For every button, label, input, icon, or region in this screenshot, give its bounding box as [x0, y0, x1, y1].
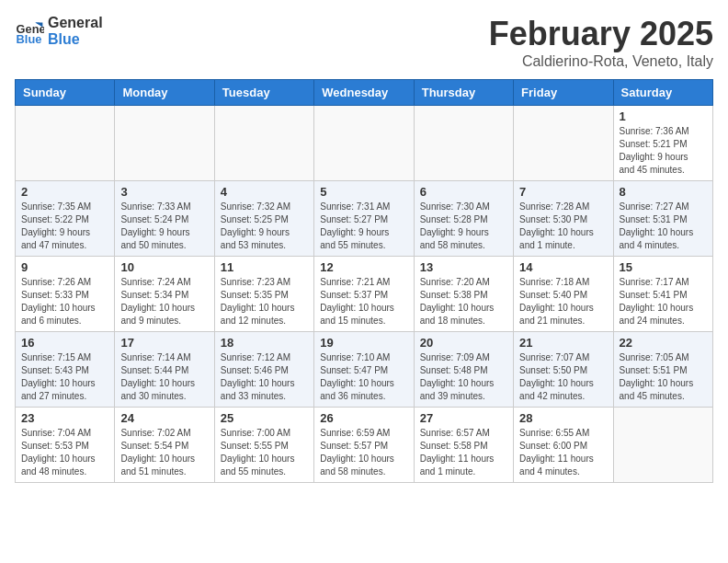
- day-info: Sunrise: 6:55 AMSunset: 6:00 PMDaylight:…: [519, 427, 607, 478]
- calendar-week-row-4: 16Sunrise: 7:15 AMSunset: 5:43 PMDayligh…: [16, 332, 713, 408]
- calendar-table: Sunday Monday Tuesday Wednesday Thursday…: [15, 79, 713, 483]
- calendar-cell: [314, 106, 414, 181]
- day-number: 10: [120, 260, 208, 274]
- col-monday: Monday: [115, 80, 214, 106]
- day-number: 4: [221, 185, 308, 199]
- calendar-cell: 14Sunrise: 7:18 AMSunset: 5:40 PMDayligh…: [514, 257, 613, 332]
- day-info: Sunrise: 7:35 AMSunset: 5:22 PMDaylight:…: [21, 201, 108, 252]
- day-info: Sunrise: 7:20 AMSunset: 5:38 PMDaylight:…: [420, 276, 507, 327]
- day-info: Sunrise: 6:57 AMSunset: 5:58 PMDaylight:…: [420, 427, 507, 478]
- calendar-week-row-2: 2Sunrise: 7:35 AMSunset: 5:22 PMDaylight…: [16, 181, 713, 257]
- calendar-cell: 19Sunrise: 7:10 AMSunset: 5:47 PMDayligh…: [314, 332, 414, 408]
- day-info: Sunrise: 7:28 AMSunset: 5:30 PMDaylight:…: [519, 201, 607, 252]
- calendar-cell: 13Sunrise: 7:20 AMSunset: 5:38 PMDayligh…: [414, 257, 513, 332]
- day-number: 26: [320, 411, 407, 425]
- day-number: 7: [519, 185, 607, 199]
- col-tuesday: Tuesday: [214, 80, 313, 106]
- day-info: Sunrise: 6:59 AMSunset: 5:57 PMDaylight:…: [320, 427, 407, 478]
- col-sunday: Sunday: [16, 80, 115, 106]
- calendar-cell: 24Sunrise: 7:02 AMSunset: 5:54 PMDayligh…: [115, 408, 214, 483]
- calendar-cell: 28Sunrise: 6:55 AMSunset: 6:00 PMDayligh…: [514, 408, 613, 483]
- calendar-cell: 2Sunrise: 7:35 AMSunset: 5:22 PMDaylight…: [16, 181, 115, 257]
- day-number: 19: [320, 336, 407, 350]
- day-number: 13: [420, 260, 507, 274]
- day-info: Sunrise: 7:18 AMSunset: 5:40 PMDaylight:…: [519, 276, 607, 327]
- day-info: Sunrise: 7:12 AMSunset: 5:46 PMDaylight:…: [221, 351, 308, 403]
- col-saturday: Saturday: [613, 80, 712, 106]
- day-number: 22: [620, 336, 707, 350]
- calendar-cell: 8Sunrise: 7:27 AMSunset: 5:31 PMDaylight…: [613, 181, 712, 257]
- day-number: 15: [620, 260, 707, 274]
- calendar-cell: [514, 106, 613, 181]
- calendar-cell: 6Sunrise: 7:30 AMSunset: 5:28 PMDaylight…: [414, 181, 513, 257]
- day-info: Sunrise: 7:17 AMSunset: 5:41 PMDaylight:…: [620, 276, 707, 327]
- day-info: Sunrise: 7:26 AMSunset: 5:33 PMDaylight:…: [21, 276, 108, 327]
- day-number: 14: [519, 260, 607, 274]
- calendar-cell: 25Sunrise: 7:00 AMSunset: 5:55 PMDayligh…: [214, 408, 313, 483]
- svg-text:Blue: Blue: [17, 31, 42, 45]
- day-info: Sunrise: 7:30 AMSunset: 5:28 PMDaylight:…: [420, 201, 507, 252]
- day-number: 25: [221, 411, 308, 425]
- calendar-cell: 11Sunrise: 7:23 AMSunset: 5:35 PMDayligh…: [214, 257, 313, 332]
- day-info: Sunrise: 7:04 AMSunset: 5:53 PMDaylight:…: [21, 427, 108, 478]
- day-number: 24: [120, 411, 208, 425]
- day-number: 16: [21, 336, 108, 350]
- calendar-cell: 5Sunrise: 7:31 AMSunset: 5:27 PMDaylight…: [314, 181, 414, 257]
- day-number: 23: [21, 411, 108, 425]
- calendar-cell: 20Sunrise: 7:09 AMSunset: 5:48 PMDayligh…: [414, 332, 513, 408]
- calendar-cell: 3Sunrise: 7:33 AMSunset: 5:24 PMDaylight…: [115, 181, 214, 257]
- day-number: 12: [320, 260, 407, 274]
- day-info: Sunrise: 7:05 AMSunset: 5:51 PMDaylight:…: [620, 351, 707, 403]
- day-info: Sunrise: 7:02 AMSunset: 5:54 PMDaylight:…: [120, 427, 208, 478]
- day-number: 17: [120, 336, 208, 350]
- location: Caldierino-Rota, Veneto, Italy: [489, 53, 713, 70]
- calendar-cell: 23Sunrise: 7:04 AMSunset: 5:53 PMDayligh…: [16, 408, 115, 483]
- logo-text-general: General: [48, 15, 103, 31]
- day-number: 2: [21, 185, 108, 199]
- col-wednesday: Wednesday: [314, 80, 414, 106]
- calendar-cell: 10Sunrise: 7:24 AMSunset: 5:34 PMDayligh…: [115, 257, 214, 332]
- day-info: Sunrise: 7:33 AMSunset: 5:24 PMDaylight:…: [120, 201, 208, 252]
- calendar-cell: 7Sunrise: 7:28 AMSunset: 5:30 PMDaylight…: [514, 181, 613, 257]
- logo: General Blue General Blue: [15, 15, 103, 47]
- logo-icon: General Blue: [15, 17, 44, 46]
- logo-text-blue: Blue: [48, 31, 103, 48]
- calendar-cell: 12Sunrise: 7:21 AMSunset: 5:37 PMDayligh…: [314, 257, 414, 332]
- month-title: February 2025: [489, 15, 713, 53]
- day-info: Sunrise: 7:14 AMSunset: 5:44 PMDaylight:…: [120, 351, 208, 403]
- calendar-cell: 16Sunrise: 7:15 AMSunset: 5:43 PMDayligh…: [16, 332, 115, 408]
- calendar-cell: 17Sunrise: 7:14 AMSunset: 5:44 PMDayligh…: [115, 332, 214, 408]
- day-info: Sunrise: 7:07 AMSunset: 5:50 PMDaylight:…: [519, 351, 607, 403]
- day-number: 5: [320, 185, 407, 199]
- day-info: Sunrise: 7:31 AMSunset: 5:27 PMDaylight:…: [320, 201, 407, 252]
- day-info: Sunrise: 7:10 AMSunset: 5:47 PMDaylight:…: [320, 351, 407, 403]
- calendar-cell: 9Sunrise: 7:26 AMSunset: 5:33 PMDaylight…: [16, 257, 115, 332]
- day-number: 8: [620, 185, 707, 199]
- calendar-cell: [613, 408, 712, 483]
- day-number: 20: [420, 336, 507, 350]
- title-block: February 2025 Caldierino-Rota, Veneto, I…: [489, 15, 713, 70]
- calendar-cell: [16, 106, 115, 181]
- day-number: 27: [420, 411, 507, 425]
- calendar-header-row: Sunday Monday Tuesday Wednesday Thursday…: [16, 80, 713, 106]
- day-number: 11: [221, 260, 308, 274]
- calendar-cell: [414, 106, 513, 181]
- page-header: General Blue General Blue February 2025 …: [15, 15, 713, 70]
- day-info: Sunrise: 7:00 AMSunset: 5:55 PMDaylight:…: [221, 427, 308, 478]
- day-info: Sunrise: 7:15 AMSunset: 5:43 PMDaylight:…: [21, 351, 108, 403]
- day-number: 6: [420, 185, 507, 199]
- calendar-week-row-1: 1Sunrise: 7:36 AMSunset: 5:21 PMDaylight…: [16, 106, 713, 181]
- calendar-cell: [214, 106, 313, 181]
- day-info: Sunrise: 7:21 AMSunset: 5:37 PMDaylight:…: [320, 276, 407, 327]
- calendar-cell: 26Sunrise: 6:59 AMSunset: 5:57 PMDayligh…: [314, 408, 414, 483]
- calendar-cell: 1Sunrise: 7:36 AMSunset: 5:21 PMDaylight…: [613, 106, 712, 181]
- day-info: Sunrise: 7:09 AMSunset: 5:48 PMDaylight:…: [420, 351, 507, 403]
- calendar-cell: [115, 106, 214, 181]
- calendar-cell: 27Sunrise: 6:57 AMSunset: 5:58 PMDayligh…: [414, 408, 513, 483]
- day-info: Sunrise: 7:32 AMSunset: 5:25 PMDaylight:…: [221, 201, 308, 252]
- calendar-cell: 18Sunrise: 7:12 AMSunset: 5:46 PMDayligh…: [214, 332, 313, 408]
- calendar-cell: 21Sunrise: 7:07 AMSunset: 5:50 PMDayligh…: [514, 332, 613, 408]
- col-thursday: Thursday: [414, 80, 513, 106]
- day-number: 9: [21, 260, 108, 274]
- day-info: Sunrise: 7:24 AMSunset: 5:34 PMDaylight:…: [120, 276, 208, 327]
